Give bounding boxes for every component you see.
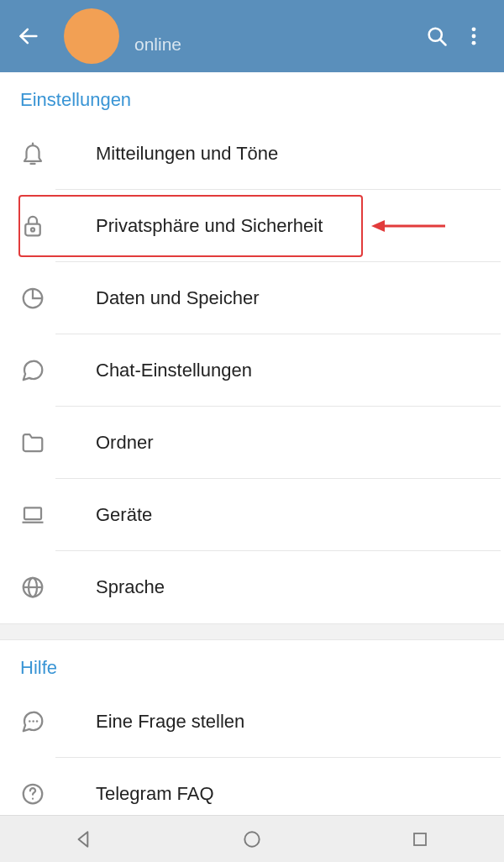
- settings-item-devices[interactable]: Geräte: [0, 479, 504, 551]
- svg-point-5: [472, 41, 476, 45]
- settings-item-label: Chat-Einstellungen: [55, 334, 501, 407]
- settings-item-chat[interactable]: Chat-Einstellungen: [0, 334, 504, 407]
- svg-line-2: [440, 39, 446, 45]
- help-item-ask[interactable]: Eine Frage stellen: [0, 686, 504, 758]
- question-circle-icon: [20, 781, 55, 807]
- svg-point-3: [472, 27, 476, 31]
- chat-dots-icon: [20, 709, 55, 734]
- arrow-left-icon: [17, 24, 40, 48]
- lock-icon: [20, 213, 55, 239]
- app-header: online: [0, 0, 504, 72]
- settings-item-notifications[interactable]: Mitteilungen und Töne: [0, 118, 504, 190]
- globe-icon: [20, 575, 55, 600]
- search-button[interactable]: [418, 18, 455, 55]
- svg-rect-8: [25, 224, 40, 236]
- settings-item-label: Sprache: [55, 551, 501, 623]
- svg-point-23: [244, 832, 259, 846]
- settings-item-label: Privatsphäre und Sicherheit: [55, 190, 501, 262]
- settings-item-label: Geräte: [55, 479, 501, 551]
- folder-icon: [20, 430, 55, 455]
- settings-item-label: Daten und Speicher: [55, 262, 501, 334]
- search-icon: [425, 24, 449, 48]
- help-item-label: Eine Frage stellen: [55, 686, 501, 758]
- overflow-menu-button[interactable]: [455, 18, 492, 55]
- chat-bubble-icon: [20, 358, 55, 383]
- svg-rect-13: [24, 507, 41, 519]
- svg-point-20: [36, 720, 39, 723]
- nav-recent-button[interactable]: [395, 823, 445, 856]
- settings-item-language[interactable]: Sprache: [0, 551, 504, 623]
- avatar[interactable]: [64, 8, 119, 64]
- svg-point-18: [29, 720, 31, 723]
- settings-item-label: Mitteilungen und Töne: [55, 118, 501, 190]
- laptop-icon: [20, 502, 55, 528]
- header-title-block: online: [134, 18, 418, 55]
- settings-item-folders[interactable]: Ordner: [0, 407, 504, 479]
- svg-point-19: [32, 720, 34, 723]
- bell-icon: [20, 141, 55, 166]
- section-title-settings: Einstellungen: [0, 72, 504, 118]
- settings-item-data[interactable]: Daten und Speicher: [0, 262, 504, 334]
- section-title-help: Hilfe: [0, 640, 504, 686]
- svg-rect-24: [414, 833, 426, 845]
- svg-point-9: [31, 228, 34, 231]
- nav-back-button[interactable]: [59, 823, 109, 856]
- settings-item-label: Ordner: [55, 407, 501, 479]
- settings-list: Mitteilungen und Töne Privatsphäre und S…: [0, 118, 504, 623]
- help-list: Eine Frage stellen Telegram FAQ: [0, 686, 504, 830]
- nav-home-button[interactable]: [227, 823, 277, 856]
- settings-item-privacy[interactable]: Privatsphäre und Sicherheit: [0, 190, 504, 262]
- section-divider: [0, 623, 504, 640]
- more-vertical-icon: [462, 24, 486, 48]
- svg-point-22: [32, 798, 34, 800]
- square-recent-icon: [410, 829, 430, 849]
- system-navbar: [0, 815, 504, 862]
- circle-home-icon: [241, 828, 263, 850]
- back-button[interactable]: [12, 19, 45, 53]
- status-text: online: [134, 34, 418, 55]
- triangle-back-icon: [73, 828, 95, 850]
- svg-point-4: [472, 34, 476, 39]
- pie-chart-icon: [20, 286, 55, 311]
